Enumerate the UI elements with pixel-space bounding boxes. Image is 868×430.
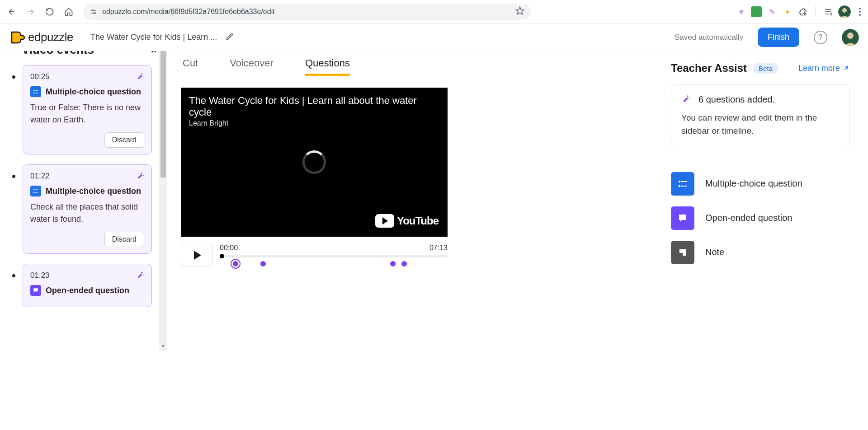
svg-rect-19 <box>681 186 687 187</box>
magic-wand-icon[interactable] <box>136 72 144 82</box>
url-text[interactable]: edpuzzle.com/media/66f9d5f32a7691fe6eb6a… <box>102 8 511 16</box>
home-button[interactable] <box>61 4 77 20</box>
logo[interactable]: edpuzzle <box>9 29 73 46</box>
extension-purple-icon[interactable]: ✳ <box>736 6 746 17</box>
app-header: edpuzzle The Water Cycle for Kids | Lear… <box>0 24 868 51</box>
add-mc-question[interactable]: Multiple-choice question <box>671 172 850 196</box>
mc-type-icon <box>30 86 41 97</box>
center-column: Cut Voiceover Questions The Water Cycle … <box>167 51 660 351</box>
info-box: 6 questions added. You can review and ed… <box>671 84 850 147</box>
right-panel: Teacher Assist Beta Learn more 6 questio… <box>660 51 868 351</box>
learn-more-link[interactable]: Learn more <box>798 64 850 73</box>
svg-rect-10 <box>33 93 34 93</box>
tab-cut[interactable]: Cut <box>183 57 198 76</box>
url-bar[interactable]: edpuzzle.com/media/66f9d5f32a7691fe6eb6a… <box>83 4 531 20</box>
site-settings-icon[interactable] <box>90 8 98 16</box>
extensions-group: ✳ ✎ ✦ <box>736 4 864 19</box>
edit-title-icon[interactable] <box>225 32 234 43</box>
playhead[interactable] <box>220 254 224 258</box>
youtube-label: YouTube <box>397 215 439 227</box>
extension-edpuzzle-icon[interactable]: ✦ <box>782 6 793 17</box>
finish-button[interactable]: Finish <box>758 28 799 47</box>
duration: 07:13 <box>429 244 448 252</box>
event-card[interactable]: 01:23 Open-ended question <box>23 264 152 307</box>
add-note-label: Note <box>705 247 724 257</box>
youtube-play-icon <box>375 214 394 228</box>
svg-rect-12 <box>33 189 34 190</box>
timeline[interactable]: 00:00 07:13 <box>220 244 448 257</box>
collapse-sidebar-icon[interactable] <box>148 51 158 56</box>
event-text: True or False: There is no new water on … <box>30 102 144 126</box>
extension-pen-icon[interactable]: ✎ <box>766 6 777 17</box>
event-text: Check all the places that solid water is… <box>30 201 144 225</box>
tab-questions[interactable]: Questions <box>305 57 350 76</box>
bookmark-star-icon[interactable] <box>515 6 524 17</box>
svg-rect-11 <box>35 93 38 93</box>
timeline-track[interactable] <box>220 255 448 257</box>
sidebar-title: Video events <box>22 51 94 57</box>
back-button[interactable] <box>4 4 20 20</box>
sidebar: Video events 00:25 Multiple-choice quest… <box>0 51 167 351</box>
video-title: The Water Cycle for Kids | Learn all abo… <box>181 88 448 119</box>
scroll-down-icon[interactable]: ▼ <box>159 344 167 351</box>
info-title: 6 questions added. <box>698 94 775 105</box>
magic-wand-icon[interactable] <box>136 171 144 181</box>
timeline-marker[interactable] <box>401 261 407 266</box>
logo-text: edpuzzle <box>28 30 73 44</box>
svg-point-3 <box>94 13 95 14</box>
sidebar-scrollbar[interactable]: ▲ ▼ <box>159 51 167 351</box>
event-time: 01:23 <box>30 271 50 280</box>
timeline-marker[interactable] <box>260 261 266 266</box>
youtube-logo[interactable]: YouTube <box>375 214 439 228</box>
video-channel: Learn Bright <box>181 119 448 127</box>
help-button[interactable]: ? <box>814 31 827 44</box>
magic-wand-icon <box>681 94 690 105</box>
event-type-label: Multiple-choice question <box>46 87 141 97</box>
svg-rect-17 <box>681 181 687 182</box>
playback-controls: 00:00 07:13 <box>181 244 448 266</box>
document-title[interactable]: The Water Cycle for Kids | Learn ... <box>90 33 217 42</box>
forward-button[interactable] <box>23 4 39 20</box>
teacher-assist-title: Teacher Assist <box>671 62 747 75</box>
event-card[interactable]: 01:22 Multiple-choice question Check all… <box>23 164 152 254</box>
event-card[interactable]: 00:25 Multiple-choice question True or F… <box>23 65 152 154</box>
svg-point-2 <box>92 10 93 11</box>
add-mc-label: Multiple-choice question <box>705 178 802 189</box>
add-oe-question[interactable]: Open-ended question <box>671 206 850 230</box>
svg-rect-21 <box>679 253 683 256</box>
reload-button[interactable] <box>42 4 58 20</box>
svg-rect-15 <box>35 192 38 192</box>
add-note[interactable]: Note <box>671 241 850 264</box>
loading-spinner-icon <box>302 150 326 174</box>
reading-list-icon[interactable] <box>823 6 834 17</box>
oe-type-icon <box>30 285 41 296</box>
info-body: You can review and edit them in the side… <box>681 111 840 138</box>
play-button[interactable] <box>181 244 212 266</box>
magic-wand-icon[interactable] <box>136 271 144 280</box>
profile-avatar[interactable] <box>838 5 851 18</box>
tab-voiceover[interactable]: Voiceover <box>230 57 274 76</box>
extensions-menu-icon[interactable] <box>797 6 808 17</box>
scroll-up-icon[interactable]: ▲ <box>159 51 167 58</box>
current-time: 00:00 <box>220 244 238 252</box>
add-oe-label: Open-ended question <box>705 213 792 223</box>
svg-rect-8 <box>33 90 34 91</box>
user-avatar[interactable] <box>842 29 859 46</box>
timeline-marker[interactable] <box>390 261 396 266</box>
extension-green-icon[interactable] <box>751 6 762 17</box>
note-icon <box>671 241 694 264</box>
browser-chrome: edpuzzle.com/media/66f9d5f32a7691fe6eb6a… <box>0 0 868 24</box>
editor-tabs: Cut Voiceover Questions <box>183 57 646 76</box>
event-time: 01:22 <box>30 172 50 181</box>
chrome-menu-button[interactable] <box>855 4 864 19</box>
discard-button[interactable]: Discard <box>104 132 144 148</box>
learn-more-label: Learn more <box>798 64 840 73</box>
edpuzzle-logo-icon <box>9 29 25 46</box>
discard-button[interactable]: Discard <box>104 232 144 247</box>
save-status: Saved automatically <box>675 33 743 42</box>
video-player[interactable]: The Water Cycle for Kids | Learn all abo… <box>181 88 448 237</box>
svg-rect-9 <box>35 90 38 91</box>
timeline-marker[interactable] <box>233 261 238 266</box>
mc-type-icon <box>30 186 41 196</box>
svg-marker-4 <box>516 7 524 14</box>
